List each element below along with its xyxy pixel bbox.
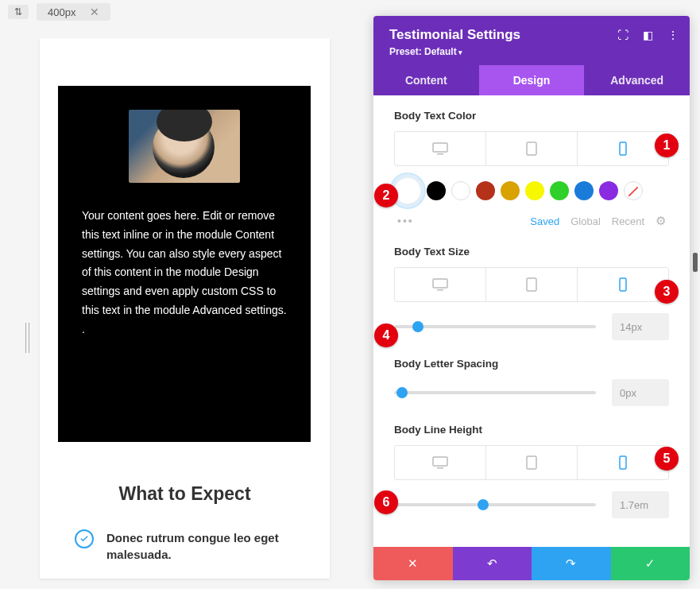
marker-3: 3	[655, 280, 679, 304]
line-height-label: Body Line Height	[394, 424, 669, 436]
device-desktop[interactable]	[395, 132, 486, 165]
more-colors-icon[interactable]: •••	[397, 215, 414, 227]
body-text-size-label: Body Text Size	[394, 246, 669, 258]
swatch-current[interactable]	[394, 177, 421, 204]
swatch-yellow[interactable]	[525, 181, 544, 200]
marker-2: 2	[374, 184, 398, 207]
palette-saved[interactable]: Saved	[530, 215, 559, 227]
palette-tabs: Saved Global Recent ⚙	[530, 214, 666, 228]
panel-footer: ✕ ↶ ↷ ✓	[373, 547, 690, 580]
marker-4: 4	[374, 324, 398, 347]
device-tabs-lineheight	[394, 445, 669, 480]
svg-rect-7	[620, 278, 626, 291]
line-height-value[interactable]: 1.7em	[612, 491, 669, 518]
device-tabs-color	[394, 131, 669, 166]
tab-content[interactable]: Content	[373, 65, 479, 95]
swatch-purple[interactable]	[599, 181, 618, 200]
preview-area: Your content goes here. Edit or remove t…	[40, 38, 330, 579]
letter-spacing-label: Body Letter Spacing	[394, 358, 669, 370]
letter-spacing-value[interactable]: 0px	[612, 379, 669, 406]
width-input[interactable]: 400px ✕	[37, 3, 110, 21]
svg-rect-6	[527, 278, 536, 291]
text-size-slider-row: 14px	[394, 313, 669, 340]
line-height-slider-row: 1.7em	[394, 491, 669, 518]
svg-rect-4	[433, 279, 447, 288]
swatch-white[interactable]	[451, 181, 470, 200]
device-phone[interactable]	[578, 268, 668, 301]
expand-icon[interactable]: ⛶	[617, 29, 628, 41]
save-button[interactable]: ✓	[611, 547, 690, 580]
swatch-none[interactable]	[624, 181, 643, 200]
panel-tabs: Content Design Advanced	[373, 65, 690, 95]
menu-icon[interactable]: ⋮	[667, 29, 679, 41]
swatch-orange[interactable]	[501, 181, 520, 200]
letter-spacing-slider[interactable]	[394, 391, 596, 394]
preset-dropdown[interactable]: Preset: Default	[389, 46, 674, 57]
panel-header: Testimonial Settings Preset: Default ⛶ ◧…	[373, 16, 690, 65]
device-tablet[interactable]	[486, 132, 578, 165]
testimonial-body-text[interactable]: Your content goes here. Edit or remove t…	[82, 207, 287, 339]
svg-rect-5	[437, 289, 443, 291]
svg-rect-1	[437, 153, 443, 155]
section-title[interactable]: What to Expect	[40, 483, 330, 505]
tab-design[interactable]: Design	[479, 65, 585, 95]
device-tablet[interactable]	[486, 446, 578, 479]
palette-recent[interactable]: Recent	[612, 215, 644, 227]
svg-rect-3	[620, 142, 626, 155]
palette-global[interactable]: Global	[570, 215, 601, 227]
layout-icon[interactable]: ◧	[643, 29, 653, 41]
color-swatches	[394, 177, 669, 204]
marker-1: 1	[655, 134, 679, 157]
scroll-handle[interactable]	[693, 253, 698, 272]
svg-rect-9	[437, 467, 443, 469]
tab-advanced[interactable]: Advanced	[584, 65, 690, 95]
swatch-black[interactable]	[427, 181, 446, 200]
blurb-text-1: Donec rutrum congue leo eget malesuada.	[106, 529, 297, 563]
blurb-item-1[interactable]: Donec rutrum congue leo eget malesuada.	[75, 529, 297, 563]
size-dropdown[interactable]: ⇅	[8, 5, 29, 19]
width-value: 400px	[48, 6, 75, 18]
swatch-blue[interactable]	[574, 181, 594, 200]
discard-button[interactable]: ✕	[373, 547, 453, 580]
resize-handle-left[interactable]	[20, 323, 34, 353]
settings-panel: Testimonial Settings Preset: Default ⛶ ◧…	[373, 16, 690, 580]
text-size-slider[interactable]	[394, 325, 596, 328]
gear-icon[interactable]: ⚙	[656, 214, 666, 228]
line-height-slider[interactable]	[394, 503, 596, 506]
device-tabs-size	[394, 267, 669, 302]
text-size-value[interactable]: 14px	[612, 313, 669, 340]
redo-button[interactable]: ↷	[532, 547, 611, 580]
undo-button[interactable]: ↶	[453, 547, 532, 580]
device-tablet[interactable]	[486, 268, 578, 301]
svg-rect-10	[527, 456, 536, 469]
device-desktop[interactable]	[395, 268, 486, 301]
body-text-color-label: Body Text Color	[394, 110, 669, 122]
svg-rect-0	[433, 143, 447, 152]
letter-spacing-slider-row: 0px	[394, 379, 669, 406]
svg-rect-8	[433, 457, 447, 466]
marker-5: 5	[655, 447, 679, 471]
clear-width-icon[interactable]: ✕	[90, 6, 99, 18]
swatch-green[interactable]	[550, 181, 569, 200]
svg-rect-11	[620, 456, 626, 469]
testimonial-module[interactable]: Your content goes here. Edit or remove t…	[58, 86, 311, 442]
panel-body: Body Text Color ••• Saved Global Recent	[373, 95, 690, 547]
swatch-red[interactable]	[476, 181, 495, 200]
svg-rect-2	[527, 142, 536, 155]
marker-6: 6	[374, 490, 398, 514]
device-desktop[interactable]	[395, 446, 486, 479]
check-icon	[75, 529, 94, 548]
testimonial-avatar	[129, 110, 240, 183]
